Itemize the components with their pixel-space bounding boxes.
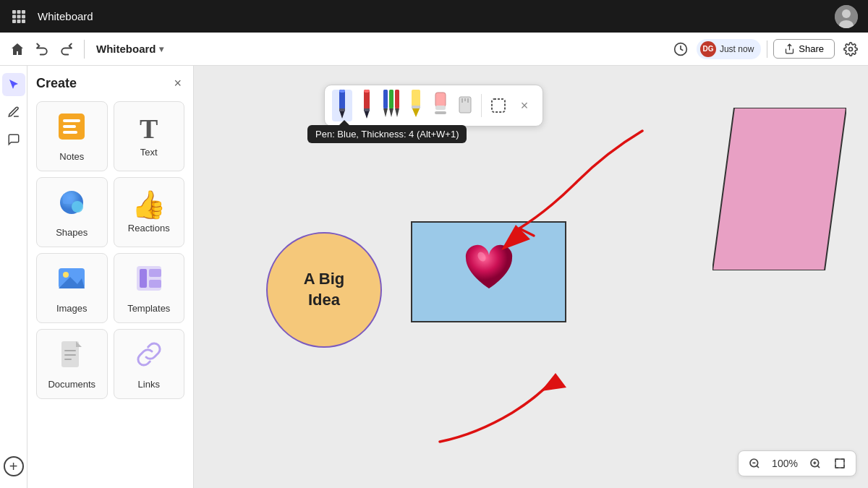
svg-rect-35	[339, 108, 345, 111]
redo-button[interactable]	[56, 39, 77, 59]
navigation-bar: Whiteboard ▾ DG Just now Share	[0, 33, 868, 66]
home-button[interactable]	[7, 39, 27, 59]
pink-parallelogram	[712, 108, 846, 270]
user-presence-badge: DG Just now	[697, 39, 761, 59]
svg-rect-4	[17, 14, 21, 18]
notes-label: Notes	[59, 151, 84, 162]
highlighter-tool[interactable]	[406, 90, 426, 121]
svg-line-63	[757, 466, 759, 468]
top-bar: Whiteboard	[0, 0, 868, 33]
undo-button[interactable]	[32, 39, 52, 59]
heart-emoji	[460, 239, 518, 305]
links-icon	[133, 338, 165, 374]
fit-to-screen-button[interactable]	[831, 455, 848, 472]
pen-blue-tool[interactable]	[332, 90, 352, 121]
create-panel: Create × Notes T Text	[27, 66, 194, 488]
pen-tooltip: Pen: Blue, Thickness: 4 (Alt+W+1)	[307, 125, 467, 143]
svg-point-14	[849, 47, 853, 51]
create-panel-close-button[interactable]: ×	[171, 74, 184, 93]
svg-rect-26	[140, 269, 147, 288]
svg-rect-18	[63, 131, 77, 134]
heart-rectangle	[411, 221, 566, 322]
second-bar-right-group: DG Just now Share	[671, 39, 861, 59]
svg-rect-51	[435, 106, 446, 110]
create-item-images[interactable]: Images	[36, 253, 108, 323]
create-grid: Notes T Text Shap	[36, 101, 184, 399]
separator	[767, 40, 767, 58]
svg-point-23	[63, 272, 69, 278]
svg-rect-32	[64, 359, 72, 360]
create-item-text[interactable]: T Text	[114, 101, 185, 171]
svg-rect-50	[435, 93, 446, 107]
svg-rect-17	[63, 125, 76, 128]
svg-rect-7	[17, 20, 21, 23]
templates-label: Templates	[127, 303, 170, 314]
big-idea-text: A BigIdea	[304, 269, 345, 310]
share-button[interactable]: Share	[773, 39, 835, 59]
left-tool-panel: +	[0, 66, 27, 488]
text-icon: T	[140, 115, 158, 142]
cursor-tool-button[interactable]	[2, 73, 25, 96]
user-avatar-small: DG	[700, 41, 716, 57]
settings-button[interactable]	[841, 39, 861, 59]
svg-rect-49	[412, 106, 420, 108]
add-button[interactable]: +	[4, 456, 24, 476]
user-avatar	[835, 5, 858, 28]
documents-label: Documents	[48, 379, 95, 390]
comment-tool-button[interactable]	[2, 128, 25, 151]
clock-button[interactable]	[671, 39, 691, 59]
svg-marker-44	[383, 108, 388, 117]
eraser-tool[interactable]	[430, 90, 451, 121]
svg-rect-52	[435, 111, 446, 114]
svg-rect-37	[364, 90, 370, 110]
svg-marker-61	[541, 373, 566, 391]
svg-rect-31	[64, 354, 76, 356]
dotted-rect-button[interactable]	[488, 95, 509, 116]
pen-red-tool[interactable]	[357, 90, 377, 121]
svg-rect-28	[149, 280, 161, 288]
svg-rect-3	[12, 14, 16, 18]
shapes-icon	[56, 187, 88, 223]
svg-marker-48	[412, 107, 420, 117]
zoom-level-text: 100%	[770, 458, 799, 469]
svg-point-10	[842, 9, 851, 18]
reactions-label: Reactions	[128, 223, 170, 234]
create-item-documents[interactable]: Documents	[36, 329, 108, 399]
pen-multi-tool[interactable]	[381, 90, 401, 121]
svg-rect-20	[63, 194, 73, 204]
svg-rect-5	[22, 14, 25, 18]
svg-point-21	[72, 201, 83, 213]
app-title: Whiteboard	[38, 10, 93, 22]
svg-rect-33	[339, 90, 345, 110]
share-label: Share	[799, 43, 824, 54]
create-panel-title: Create	[36, 76, 77, 91]
svg-rect-1	[17, 10, 21, 14]
create-item-templates[interactable]: Templates	[114, 253, 185, 323]
svg-rect-27	[149, 269, 161, 277]
board-title-text: Whiteboard	[96, 43, 156, 55]
templates-icon	[133, 262, 165, 299]
zoom-out-button[interactable]	[746, 455, 763, 472]
documents-icon	[56, 338, 88, 374]
create-item-reactions[interactable]: 👍 Reactions	[114, 177, 185, 247]
board-title-button[interactable]: Whiteboard ▾	[92, 40, 168, 58]
svg-marker-45	[389, 108, 393, 117]
reactions-icon: 👍	[132, 191, 166, 218]
create-item-links[interactable]: Links	[114, 329, 185, 399]
zoom-controls: 100%	[738, 450, 856, 476]
create-item-shapes[interactable]: Shapes	[36, 177, 108, 247]
links-label: Links	[138, 379, 160, 390]
canvas-area[interactable]: × Pen: Blue, Thickness: 4 (Alt+W+1) A Bi…	[194, 66, 868, 488]
create-item-notes[interactable]: Notes	[36, 101, 108, 171]
pen-toolbar: ×	[324, 85, 543, 127]
ruler-tool[interactable]	[455, 90, 475, 121]
pen-tooltip-text: Pen: Blue, Thickness: 4 (Alt+W+1)	[315, 129, 459, 140]
create-panel-header: Create ×	[36, 74, 184, 93]
zoom-in-button[interactable]	[807, 455, 824, 472]
pen-toolbar-close-button[interactable]: ×	[514, 95, 535, 116]
svg-point-40	[364, 90, 370, 93]
pen-tool-button[interactable]	[2, 100, 25, 124]
app-grid-button[interactable]	[9, 7, 29, 27]
svg-rect-39	[364, 108, 370, 111]
svg-rect-47	[412, 90, 420, 107]
